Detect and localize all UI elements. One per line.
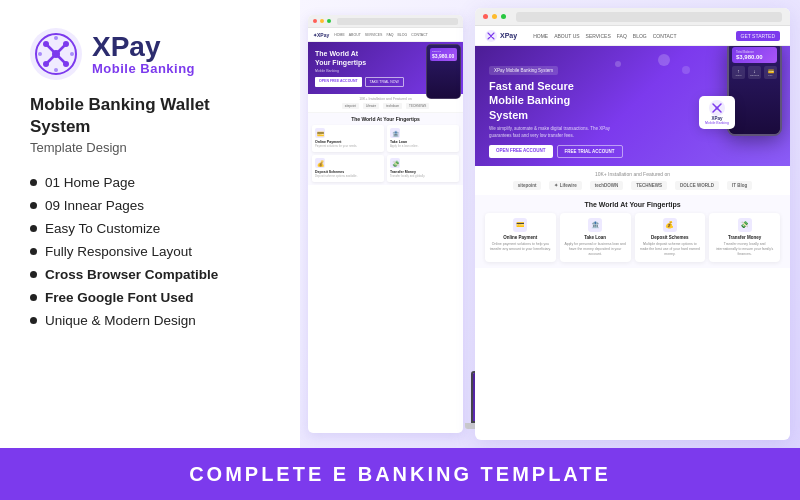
- hero-desc: We simplify, automate & make digital tra…: [489, 126, 619, 140]
- dot-red: [313, 19, 317, 23]
- hero-badge: XPay Mobile Banking System: [489, 66, 558, 75]
- bottom-banner-text: COMPLETE E BANKING TEMPLATE: [189, 463, 611, 486]
- svg-point-9: [38, 52, 42, 56]
- left-panel: XPay Mobile Banking Mobile Banking Walle…: [0, 0, 300, 448]
- product-title: Mobile Banking Wallet System: [30, 94, 270, 138]
- hero-title: Fast and SecureMobile Banking System: [489, 79, 609, 122]
- phone-balance-amount: $3,980.00: [432, 53, 455, 59]
- features-list: 01 Home Page 09 Innear Pages Easy To Cus…: [30, 171, 270, 332]
- preview-small-hero-title: The World AtYour Fingertips: [315, 49, 390, 67]
- svg-point-5: [63, 41, 69, 47]
- preview-small-card-desc-4: Transfer locally and globally.: [390, 175, 456, 179]
- preview-small-btn-primary[interactable]: OPEN FREE ACCOUNT: [315, 77, 362, 87]
- hero-buttons: OPEN FREE ACCOUNT FREE TRIAL ACCOUNT: [489, 145, 776, 158]
- browser-dot-yellow: [492, 14, 497, 19]
- featured-logo-4: TECHNEWS: [631, 181, 667, 190]
- deco-circle-1: [658, 54, 670, 66]
- logo-brand: XPay: [92, 33, 195, 61]
- phone-action-pay: 💳 Pay: [764, 66, 777, 79]
- preview-small-card-icon-3: 💰: [315, 158, 325, 168]
- phone-action-send: ↑ Send: [732, 66, 745, 79]
- service-icon-2: 🏦: [588, 218, 602, 232]
- site-nav-cta-button[interactable]: GET STARTED: [736, 31, 780, 41]
- preview-small-services-title: The World At Your Fingertips: [312, 116, 459, 122]
- service-title-3: Deposit Schemes: [639, 235, 702, 240]
- phone-balance-amount: $3,980.00: [736, 54, 773, 60]
- browser-url-bar: [516, 12, 782, 22]
- nav-link-contact: CONTACT: [411, 33, 428, 37]
- svg-point-2: [52, 50, 60, 58]
- service-desc-2: Apply for personal or business loan and …: [564, 242, 627, 257]
- phone-action-receive: ↓ Receive: [748, 66, 761, 79]
- service-icon-3: 💰: [663, 218, 677, 232]
- deposit-icon: 💰: [665, 221, 674, 229]
- site-nav-home[interactable]: HOME: [533, 33, 548, 39]
- service-card-1: 💳 Online Payment Online payment solution…: [485, 213, 556, 262]
- featured-item-4: TECHNEWS: [406, 103, 429, 109]
- xpay-floating-card: XPay Mobile Banking: [699, 96, 735, 129]
- bullet-3: [30, 225, 37, 232]
- dot-green: [327, 19, 331, 23]
- bottom-banner: COMPLETE E BANKING TEMPLATE: [0, 448, 800, 500]
- featured-title: 10K+ Installation and Featured on: [485, 171, 780, 177]
- service-title-1: Online Payment: [489, 235, 552, 240]
- hero-primary-button[interactable]: OPEN FREE ACCOUNT: [489, 145, 553, 158]
- service-card-3: 💰 Deposit Schemes Multiple deposit schem…: [635, 213, 706, 262]
- bullet-1: [30, 179, 37, 186]
- featured-logo-5: DOLCE WORLD: [675, 181, 719, 190]
- nav-link-blog: BLOG: [397, 33, 407, 37]
- feature-item-4: Fully Responsive Layout: [30, 240, 270, 263]
- preview-small-url-bar: [337, 18, 458, 25]
- nav-link-about: ABOUT: [349, 33, 361, 37]
- services-section: The World At Your Fingertips 💳 Online Pa…: [475, 195, 790, 268]
- feature-item-7: Unique & Modern Design: [30, 309, 270, 332]
- site-nav-contact[interactable]: CONTACT: [653, 33, 677, 39]
- loan-icon: 🏦: [591, 221, 600, 229]
- featured-item-1: sitepoint: [342, 103, 359, 109]
- site-nav-logo-icon: [485, 30, 497, 42]
- feature-item-6: Free Google Font Used: [30, 286, 270, 309]
- browser-dot-green: [501, 14, 506, 19]
- svg-point-14: [716, 107, 719, 110]
- site-nav-services[interactable]: SERVICES: [586, 33, 611, 39]
- logo-sub: Mobile Banking: [92, 61, 195, 76]
- preview-small-card-desc-3: Deposit scheme options available.: [315, 175, 381, 179]
- nav-link-services: SERVICES: [365, 33, 383, 37]
- bullet-5: [30, 271, 37, 278]
- bullet-2: [30, 202, 37, 209]
- featured-logo-6: IT Blog: [727, 181, 752, 190]
- browser-dot-red: [483, 14, 488, 19]
- preview-small-card-4: 💸 Transfer Money Transfer locally and gl…: [387, 155, 459, 182]
- site-nav-blog[interactable]: BLOG: [633, 33, 647, 39]
- logo-text-area: XPay Mobile Banking: [92, 33, 195, 76]
- preview-small-links: HOME ABOUT SERVICES FAQ BLOG CONTACT: [334, 33, 428, 37]
- service-desc-1: Online payment solutions to help you tra…: [489, 242, 552, 252]
- xpay-card-sub: Mobile Banking: [705, 121, 729, 125]
- preview-small-card-2: 🏦 Take Loan Apply for a loan online.: [387, 125, 459, 152]
- service-icon-1: 💳: [513, 218, 527, 232]
- service-card-2: 🏦 Take Loan Apply for personal or busine…: [560, 213, 631, 262]
- svg-point-10: [70, 52, 74, 56]
- preview-small-btn-secondary[interactable]: TAKE TRIAL NOW: [365, 77, 404, 87]
- feature-item-5: Cross Browser Compatible: [30, 263, 270, 286]
- hero-secondary-button[interactable]: FREE TRIAL ACCOUNT: [557, 145, 623, 158]
- preview-small-grid: 💳 Online Payment Payment solutions for y…: [312, 125, 459, 182]
- site-nav-faq[interactable]: FAQ: [617, 33, 627, 39]
- featured-item-3: techdown: [383, 103, 402, 109]
- main-browser-mockup: XPay HOME ABOUT US SERVICES FAQ BLOG CON…: [475, 8, 790, 440]
- services-grid: 💳 Online Payment Online payment solution…: [485, 213, 780, 262]
- service-card-4: 💸 Transfer Money Transfer money locally …: [709, 213, 780, 262]
- logo-area: XPay Mobile Banking: [30, 28, 270, 80]
- right-panel: ✦XPay HOME ABOUT SERVICES FAQ BLOG CONTA…: [300, 0, 800, 448]
- preview-small-hero: The World AtYour Fingertips Mobile Banki…: [308, 42, 463, 94]
- payment-icon: 💳: [516, 221, 525, 229]
- svg-point-7: [54, 36, 58, 40]
- site-nav-about[interactable]: ABOUT US: [554, 33, 579, 39]
- phone-mockup-hero: Total Balance $3,980.00 ↑ Send: [727, 46, 782, 136]
- hero-section: XPay Mobile Banking System Fast and Secu…: [475, 46, 790, 166]
- svg-point-8: [54, 68, 58, 72]
- featured-logos: sitepoint ✦ Lifewire techDOWN TECHNEWS D…: [485, 181, 780, 190]
- deco-circle-3: [615, 61, 621, 67]
- services-title: The World At Your Fingertips: [485, 201, 780, 208]
- product-subtitle: Template Design: [30, 140, 270, 155]
